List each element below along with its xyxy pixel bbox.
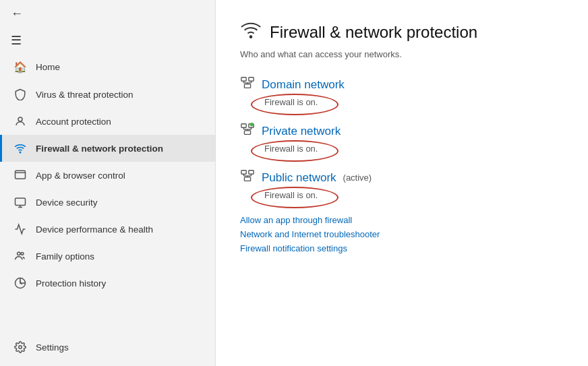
sidebar-item-firewall[interactable]: Firewall & network protection [0,135,215,162]
sidebar-label-device-health: Device performance & health [36,224,153,235]
svg-point-0 [18,117,22,121]
svg-point-25 [250,123,254,127]
svg-point-1 [20,152,21,153]
domain-firewall-status: Firewall is on. [259,95,323,109]
device-security-icon [13,196,28,208]
family-icon [13,250,28,262]
shield-icon [13,88,28,100]
svg-rect-4 [16,198,26,206]
private-network-section: Private network Firewall is on. [240,122,564,154]
private-network-icon [240,122,255,140]
firewall-notification-link[interactable]: Firewall notification settings [240,243,564,253]
sidebar-bottom: Settings [0,334,215,366]
svg-point-8 [21,252,24,255]
svg-rect-28 [244,177,250,181]
domain-network-label[interactable]: Domain network [262,78,345,92]
private-network-label[interactable]: Private network [262,125,341,138]
sidebar-item-device-security[interactable]: Device security [0,189,215,216]
page-header: Firewall & network protection [240,19,564,45]
private-firewall-status: Firewall is on. [259,142,323,156]
health-icon [13,223,28,235]
sidebar-label-browser: App & browser control [36,171,125,181]
sidebar-nav: 🏠 Home Virus & threat protection Account… [0,53,215,334]
private-network-name: Private network [240,122,564,140]
svg-rect-18 [241,124,246,128]
svg-rect-20 [244,131,250,135]
svg-point-10 [250,36,252,38]
public-network-name: Public network (active) [240,169,564,187]
domain-network-name: Domain network [240,75,564,94]
browser-icon [13,169,28,181]
allow-app-link[interactable]: Allow an app through firewall [240,215,564,225]
sidebar-label-firewall: Firewall & network protection [36,144,163,154]
svg-rect-12 [249,78,254,82]
settings-icon [13,341,28,353]
public-firewall-status-wrapper: Firewall is on. [259,189,323,200]
hamburger-button[interactable]: ☰ [0,28,215,53]
sidebar-label-device-security: Device security [36,197,98,208]
page-title: Firewall & network protection [270,23,477,42]
public-active-badge: (active) [343,173,372,183]
domain-network-section: Domain network Firewall is on. [240,75,564,107]
page-subtitle: Who and what can access your networks. [240,49,564,59]
sidebar-item-browser[interactable]: App & browser control [0,162,215,189]
svg-rect-11 [241,78,246,82]
sidebar-item-family[interactable]: Family options [0,243,215,270]
person-icon [13,115,28,127]
svg-rect-27 [249,171,254,175]
svg-rect-2 [16,171,26,179]
svg-rect-26 [241,171,246,175]
sidebar-label-home: Home [36,62,60,72]
sidebar-item-history[interactable]: Protection history [0,270,215,297]
domain-network-icon [240,75,255,94]
sidebar-item-virus[interactable]: Virus & threat protection [0,81,215,108]
svg-rect-13 [244,84,250,88]
sidebar-label-settings: Settings [36,342,69,353]
svg-point-7 [18,252,21,255]
domain-firewall-status-wrapper: Firewall is on. [259,96,323,107]
sidebar-label-account: Account protection [36,117,111,127]
back-icon: ← [11,7,23,21]
back-button[interactable]: ← [0,0,215,28]
sidebar-item-settings[interactable]: Settings [0,334,215,361]
svg-point-9 [19,346,22,349]
network-troubleshoot-link[interactable]: Network and Internet troubleshooter [240,229,564,239]
public-network-icon [240,169,255,187]
sidebar-item-device-health[interactable]: Device performance & health [0,216,215,243]
public-firewall-status: Firewall is on. [259,188,323,202]
history-icon [13,277,28,289]
wifi-icon [13,142,28,154]
sidebar-item-home[interactable]: 🏠 Home [0,53,215,81]
public-network-section: Public network (active) Firewall is on. [240,169,564,200]
sidebar: ← ☰ 🏠 Home Virus & threat protection [0,0,216,366]
private-firewall-status-wrapper: Firewall is on. [259,143,323,154]
sidebar-item-account[interactable]: Account protection [0,108,215,135]
home-icon: 🏠 [13,61,28,73]
page-header-icon [240,19,262,45]
main-content: Firewall & network protection Who and wh… [216,0,588,366]
public-network-label[interactable]: Public network [262,171,336,185]
sidebar-label-virus: Virus & threat protection [36,90,134,100]
sidebar-label-family: Family options [36,251,94,262]
links-section: Allow an app through firewall Network an… [240,215,564,253]
hamburger-icon: ☰ [11,33,22,48]
sidebar-label-history: Protection history [36,278,106,288]
